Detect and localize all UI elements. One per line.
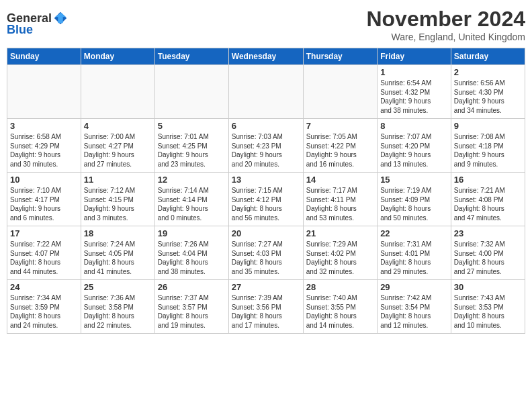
day-number: 19 [158,228,226,238]
page-header: General Blue November 2024 Ware, England… [7,7,525,42]
day-info: Sunrise: 7:40 AM Sunset: 3:55 PM Dayligh… [306,293,374,330]
day-info: Sunrise: 7:10 AM Sunset: 4:17 PM Dayligh… [10,186,78,222]
calendar-cell: 22Sunrise: 7:31 AM Sunset: 4:01 PM Dayli… [378,226,451,280]
day-info: Sunrise: 7:17 AM Sunset: 4:11 PM Dayligh… [306,186,374,222]
logo-blue: Blue [7,23,33,37]
calendar-cell: 8Sunrise: 7:07 AM Sunset: 4:20 PM Daylig… [378,119,451,173]
day-number: 2 [454,67,522,77]
day-info: Sunrise: 7:31 AM Sunset: 4:01 PM Dayligh… [380,240,448,276]
day-number: 15 [380,175,448,185]
day-number: 4 [84,121,152,131]
calendar-cell [154,65,228,119]
day-number: 14 [306,175,374,185]
day-info: Sunrise: 7:01 AM Sunset: 4:25 PM Dayligh… [158,132,226,169]
day-number: 23 [454,228,522,238]
week-row-4: 17Sunrise: 7:22 AM Sunset: 4:07 PM Dayli… [7,226,525,280]
calendar: SundayMondayTuesdayWednesdayThursdayFrid… [7,48,525,334]
calendar-cell [7,65,81,119]
day-number: 27 [232,282,300,292]
day-info: Sunrise: 7:36 AM Sunset: 3:58 PM Dayligh… [84,293,152,330]
calendar-header-thursday: Thursday [303,48,377,65]
day-info: Sunrise: 7:39 AM Sunset: 3:56 PM Dayligh… [232,293,300,330]
calendar-cell: 13Sunrise: 7:15 AM Sunset: 4:12 PM Dayli… [228,173,303,226]
day-number: 20 [232,228,300,238]
week-row-3: 10Sunrise: 7:10 AM Sunset: 4:17 PM Dayli… [7,173,525,226]
day-number: 5 [158,121,226,131]
day-number: 29 [380,282,448,292]
logo-icon [53,11,68,26]
day-info: Sunrise: 7:07 AM Sunset: 4:20 PM Dayligh… [380,132,448,169]
day-number: 8 [380,121,448,131]
calendar-cell: 19Sunrise: 7:26 AM Sunset: 4:04 PM Dayli… [154,226,228,280]
calendar-cell: 3Sunrise: 6:58 AM Sunset: 4:29 PM Daylig… [7,119,81,173]
day-info: Sunrise: 7:34 AM Sunset: 3:59 PM Dayligh… [10,293,78,330]
week-row-2: 3Sunrise: 6:58 AM Sunset: 4:29 PM Daylig… [7,119,525,173]
day-info: Sunrise: 6:58 AM Sunset: 4:29 PM Dayligh… [10,132,78,169]
day-info: Sunrise: 7:42 AM Sunset: 3:54 PM Dayligh… [380,293,448,330]
day-number: 1 [380,67,448,77]
day-info: Sunrise: 7:05 AM Sunset: 4:22 PM Dayligh… [306,132,374,169]
day-info: Sunrise: 7:08 AM Sunset: 4:18 PM Dayligh… [454,132,522,169]
calendar-cell: 25Sunrise: 7:36 AM Sunset: 3:58 PM Dayli… [81,280,154,334]
day-info: Sunrise: 7:27 AM Sunset: 4:03 PM Dayligh… [232,240,300,276]
day-number: 10 [10,175,78,185]
week-row-5: 24Sunrise: 7:34 AM Sunset: 3:59 PM Dayli… [7,280,525,334]
calendar-cell: 28Sunrise: 7:40 AM Sunset: 3:55 PM Dayli… [303,280,377,334]
day-info: Sunrise: 7:19 AM Sunset: 4:09 PM Dayligh… [380,186,448,222]
day-number: 16 [454,175,522,185]
calendar-cell: 11Sunrise: 7:12 AM Sunset: 4:15 PM Dayli… [81,173,154,226]
calendar-cell [303,65,377,119]
calendar-cell: 27Sunrise: 7:39 AM Sunset: 3:56 PM Dayli… [228,280,303,334]
day-number: 7 [306,121,374,131]
week-row-1: 1Sunrise: 6:54 AM Sunset: 4:32 PM Daylig… [7,65,525,119]
calendar-cell [228,65,303,119]
day-number: 11 [84,175,152,185]
day-number: 3 [10,121,78,131]
day-info: Sunrise: 7:32 AM Sunset: 4:00 PM Dayligh… [454,240,522,276]
calendar-header-tuesday: Tuesday [154,48,228,65]
day-number: 18 [84,228,152,238]
calendar-cell: 18Sunrise: 7:24 AM Sunset: 4:05 PM Dayli… [81,226,154,280]
calendar-header-saturday: Saturday [451,48,525,65]
month-title: November 2024 [366,7,525,32]
calendar-cell: 15Sunrise: 7:19 AM Sunset: 4:09 PM Dayli… [378,173,451,226]
day-number: 6 [232,121,300,131]
calendar-cell: 16Sunrise: 7:21 AM Sunset: 4:08 PM Dayli… [451,173,525,226]
day-number: 21 [306,228,374,238]
day-info: Sunrise: 7:22 AM Sunset: 4:07 PM Dayligh… [10,240,78,276]
day-info: Sunrise: 7:15 AM Sunset: 4:12 PM Dayligh… [232,186,300,222]
day-number: 24 [10,282,78,292]
day-info: Sunrise: 7:24 AM Sunset: 4:05 PM Dayligh… [84,240,152,276]
day-number: 25 [84,282,152,292]
day-info: Sunrise: 7:12 AM Sunset: 4:15 PM Dayligh… [84,186,152,222]
calendar-cell: 21Sunrise: 7:29 AM Sunset: 4:02 PM Dayli… [303,226,377,280]
calendar-cell: 17Sunrise: 7:22 AM Sunset: 4:07 PM Dayli… [7,226,81,280]
day-number: 12 [158,175,226,185]
day-info: Sunrise: 7:21 AM Sunset: 4:08 PM Dayligh… [454,186,522,222]
day-info: Sunrise: 6:54 AM Sunset: 4:32 PM Dayligh… [380,79,448,115]
day-number: 26 [158,282,226,292]
calendar-cell: 6Sunrise: 7:03 AM Sunset: 4:23 PM Daylig… [228,119,303,173]
day-info: Sunrise: 7:43 AM Sunset: 3:53 PM Dayligh… [454,293,522,330]
day-number: 22 [380,228,448,238]
day-info: Sunrise: 7:03 AM Sunset: 4:23 PM Dayligh… [232,132,300,169]
calendar-cell: 5Sunrise: 7:01 AM Sunset: 4:25 PM Daylig… [154,119,228,173]
calendar-cell: 2Sunrise: 6:56 AM Sunset: 4:30 PM Daylig… [451,65,525,119]
calendar-cell: 23Sunrise: 7:32 AM Sunset: 4:00 PM Dayli… [451,226,525,280]
day-number: 17 [10,228,78,238]
calendar-cell: 1Sunrise: 6:54 AM Sunset: 4:32 PM Daylig… [378,65,451,119]
calendar-header-sunday: Sunday [7,48,81,65]
logo: General Blue [7,11,68,37]
location: Ware, England, United Kingdom [366,32,525,42]
day-number: 9 [454,121,522,131]
day-info: Sunrise: 7:14 AM Sunset: 4:14 PM Dayligh… [158,186,226,222]
calendar-cell: 10Sunrise: 7:10 AM Sunset: 4:17 PM Dayli… [7,173,81,226]
calendar-header-friday: Friday [378,48,451,65]
calendar-cell: 24Sunrise: 7:34 AM Sunset: 3:59 PM Dayli… [7,280,81,334]
day-number: 28 [306,282,374,292]
calendar-cell: 20Sunrise: 7:27 AM Sunset: 4:03 PM Dayli… [228,226,303,280]
calendar-cell: 9Sunrise: 7:08 AM Sunset: 4:18 PM Daylig… [451,119,525,173]
calendar-cell: 26Sunrise: 7:37 AM Sunset: 3:57 PM Dayli… [154,280,228,334]
calendar-header-monday: Monday [81,48,154,65]
day-info: Sunrise: 6:56 AM Sunset: 4:30 PM Dayligh… [454,79,522,115]
